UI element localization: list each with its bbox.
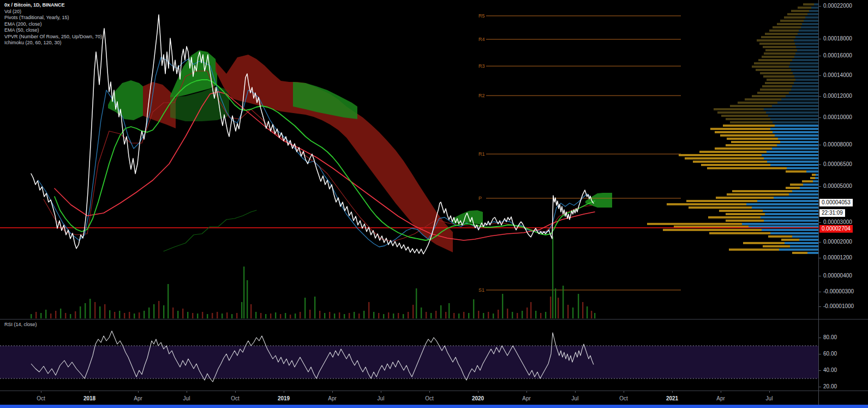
- price-axis-label: 0.00022000: [823, 3, 852, 9]
- axis-tick: [819, 292, 821, 292]
- price-axis-label: 0.00008000: [823, 141, 852, 147]
- rsi-axis-label: 40.00: [823, 367, 837, 373]
- price-axis-label: -0.00001000: [823, 303, 854, 309]
- axis-tick: [819, 145, 821, 145]
- price-axis-label: 0.00006500: [823, 161, 852, 167]
- axis-tick: [819, 306, 821, 307]
- axis-tick: [819, 387, 821, 387]
- price-axis-label: 0.00018000: [823, 36, 852, 42]
- rsi-axis-label: 80.00: [823, 334, 837, 340]
- time-axis-month-label: Oct: [417, 395, 441, 401]
- current-price-label: 0.00004053: [819, 199, 853, 206]
- time-axis-tick: [429, 391, 430, 393]
- pivot-lines: R5R4R3R2R1PS1: [478, 13, 681, 293]
- axis-tick: [819, 370, 821, 371]
- price-axis[interactable]: 0.00004053 22:31:09 0.00002704 0.0002200…: [818, 0, 868, 405]
- time-axis-month-label: Apr: [126, 395, 150, 401]
- legend-item-vpvr[interactable]: VPVR (Number Of Rows, 250, Up/Down, 70): [4, 34, 102, 40]
- time-axis-tick: [381, 391, 381, 393]
- main-chart-pane[interactable]: R5R4R3R2R1PS1: [0, 0, 818, 319]
- window-bottom-strip: [0, 405, 868, 408]
- time-axis-year-label: 2021: [660, 395, 684, 401]
- time-axis-tick: [769, 391, 770, 393]
- axis-tick: [819, 338, 821, 338]
- time-axis-tick: [235, 391, 236, 393]
- time-axis-month-label: Oct: [612, 395, 636, 401]
- axis-tick: [819, 258, 821, 258]
- time-axis-tick: [721, 391, 721, 393]
- time-axis[interactable]: Oct2018AprJulOct2019AprJulOct2020AprJulO…: [0, 391, 868, 405]
- axis-tick: [819, 75, 821, 76]
- axis-tick: [819, 117, 821, 118]
- pivot-label-r1: R1: [478, 151, 485, 157]
- time-axis-year-label: 2020: [466, 395, 490, 401]
- axis-tick: [819, 39, 821, 39]
- indicator-legend: 0x / Bitcoin, 1D, BINANCE Vol (20) Pivot…: [4, 2, 102, 46]
- time-axis-tick: [478, 391, 478, 393]
- volume-bars: [31, 236, 595, 318]
- axis-tick: [819, 6, 821, 7]
- time-axis-tick: [575, 391, 576, 393]
- price-and-ma-lines: [31, 15, 595, 254]
- time-axis-tick: [41, 391, 41, 393]
- legend-item-ema50[interactable]: EMA (50, close): [4, 27, 102, 34]
- price-axis-label: 0.00005000: [823, 183, 852, 189]
- time-axis-month-label: Apr: [514, 395, 538, 401]
- rsi-axis-label: 20.00: [823, 383, 837, 389]
- legend-item-ema200[interactable]: EMA (200, close): [4, 21, 102, 28]
- time-axis-month-label: Oct: [223, 395, 247, 401]
- axis-tick: [819, 56, 821, 56]
- pivot-label-r5: R5: [478, 13, 485, 19]
- pivot-label-r4: R4: [478, 37, 485, 42]
- price-close-line: [31, 15, 594, 254]
- pivot-label-s1: S1: [478, 287, 484, 293]
- axis-tick: [819, 222, 821, 223]
- axis-tick: [819, 164, 821, 165]
- time-axis-tick: [138, 391, 139, 393]
- time-axis-tick: [284, 391, 284, 393]
- volume-profile-vpvr: [647, 3, 818, 254]
- time-axis-tick: [624, 391, 624, 393]
- ichimoku-lagging-line: [164, 210, 256, 251]
- time-axis-tick: [89, 391, 90, 393]
- price-axis-label: 0.00002000: [823, 239, 852, 245]
- price-axis-label: 0.00012000: [823, 93, 852, 99]
- time-axis-month-label: Jul: [563, 395, 587, 401]
- axis-tick: [819, 354, 821, 354]
- price-axis-label: 0.00010000: [823, 114, 852, 120]
- axis-tick: [819, 186, 821, 187]
- time-axis-tick: [187, 391, 187, 393]
- rsi-axis-label: 60.00: [823, 351, 837, 357]
- price-axis-label: 0.00003000: [823, 219, 852, 225]
- rsi-plot: [0, 331, 818, 382]
- time-axis-tick: [526, 391, 527, 393]
- axis-tick: [819, 96, 821, 97]
- price-axis-label: 0.00014000: [823, 72, 852, 78]
- axis-tick: [819, 276, 821, 276]
- price-axis-label: 0.00016000: [823, 52, 852, 58]
- alert-price-label[interactable]: 0.00002704: [819, 225, 853, 233]
- legend-item-vol[interactable]: Vol (20): [4, 9, 102, 15]
- legend-item-ichimoku[interactable]: Ichimoku (20, 60, 120, 30): [4, 40, 102, 46]
- time-axis-month-label: Apr: [320, 395, 344, 401]
- time-axis-tick: [332, 391, 333, 393]
- time-axis-year-label: 2019: [272, 395, 296, 401]
- time-axis-tick: [672, 391, 673, 393]
- price-axis-label: -0.00000300: [823, 288, 854, 294]
- tradingview-chart-window: R5R4R3R2R1PS1 0x / Bitcoin, 1D, BINANCE …: [0, 0, 868, 408]
- rsi-legend-label[interactable]: RSI (14, close): [4, 322, 37, 327]
- time-axis-month-label: Jul: [369, 395, 393, 401]
- time-axis-year-label: 2018: [77, 395, 101, 401]
- rsi-pane[interactable]: [0, 320, 818, 391]
- time-axis-month-label: Apr: [709, 395, 733, 401]
- bar-close-countdown-label: 22:31:09: [819, 209, 845, 217]
- price-axis-label: 0.00000400: [823, 273, 852, 279]
- legend-item-pivots[interactable]: Pivots (Traditional, Yearly, 15): [4, 15, 102, 21]
- time-axis-month-label: Jul: [175, 395, 199, 401]
- axis-tick: [819, 242, 821, 243]
- pivot-label-p: P: [478, 196, 482, 201]
- pivot-label-r2: R2: [478, 93, 485, 98]
- pane-separator[interactable]: [0, 319, 868, 320]
- price-axis-label: 0.00001200: [823, 255, 852, 261]
- symbol-title[interactable]: 0x / Bitcoin, 1D, BINANCE: [4, 2, 102, 9]
